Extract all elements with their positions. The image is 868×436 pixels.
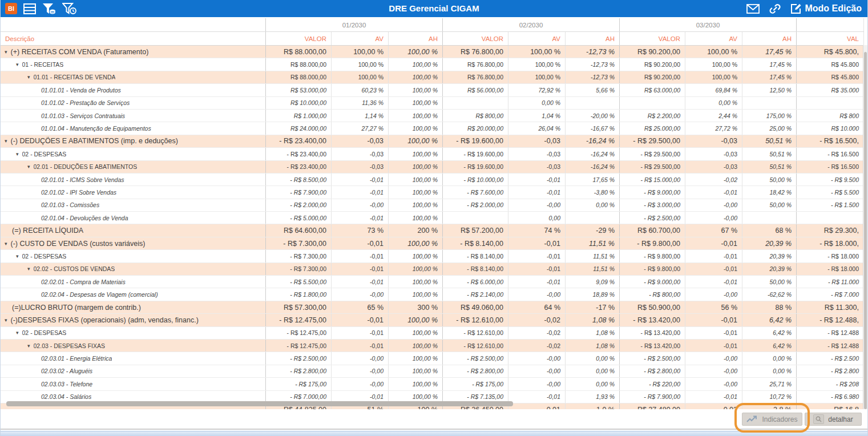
cell-ah-m1: 100,00 %: [389, 71, 443, 83]
row-label: 02.01.02 - IPI Sobre Vendas: [41, 189, 116, 196]
row-label: 01 - RECEITAS: [22, 61, 64, 68]
table-row[interactable]: (=) RECEITA LÍQUIDAR$ 64.600,0073 %200 %…: [1, 224, 864, 237]
table-row[interactable]: ▾02 - DESPESAS- R$ 12.475,00-0,01100,00 …: [1, 327, 864, 340]
table-row[interactable]: ▾02.01 - DEDUÇÕES E ABATIMENTOS- R$ 23.4…: [1, 161, 864, 173]
table-row[interactable]: 01.01.02 - Prestação de ServiçosR$ 10.00…: [1, 97, 864, 110]
report-rows-icon[interactable]: [23, 3, 36, 14]
horizontal-scrollbar-thumb[interactable]: [6, 401, 513, 406]
cell-ah-m2: 5,66 %: [566, 84, 620, 96]
month-label-02/2030: 02/2030: [443, 18, 620, 31]
row-label: (-) DEDUÇÕES E ABATIMENTOS (imp. e deduç…: [11, 137, 178, 145]
table-row[interactable]: ▾(-) CUSTO DE VENDAS (custos variáveis)-…: [1, 237, 864, 250]
table-row[interactable]: (=)LUCRO BRUTO (margem de contrib.)R$ 57…: [1, 301, 864, 314]
indicadores-label: Indicadores: [762, 415, 797, 423]
table-row[interactable]: ▾(-) DEDUÇÕES E ABATIMENTOS (imp. e dedu…: [1, 135, 864, 148]
cell-av-m1: -0,00: [332, 365, 389, 377]
cell-desc: 02.01.03 - Comissões: [1, 199, 266, 211]
row-label: 01.01.04 - Manutenção de Equipamentos: [41, 125, 151, 132]
cell-valor-m2: - R$ 19.600,00: [443, 135, 508, 147]
table-row[interactable]: ▾02.02 - CUSTOS DE VENDAS- R$ 7.300,00-0…: [1, 263, 864, 276]
cell-ah-m1: 100,00 %: [389, 58, 443, 70]
cell-valor-m3: - R$ 9.800,00: [620, 250, 685, 262]
table-row[interactable]: 02.01.01 - ICMS Sobre Vendas- R$ 8.500,0…: [1, 173, 864, 186]
expand-arrow-icon[interactable]: ▾: [5, 138, 7, 144]
table-row[interactable]: 02.02.04 - Despesas de Viagem (comercial…: [1, 288, 864, 301]
month-label-next: [797, 18, 864, 31]
table-row[interactable]: ▾01.01 - RECEITAS DE VENDAR$ 88.000,0010…: [1, 71, 864, 84]
vertical-scrollbar[interactable]: [863, 45, 867, 409]
table-row[interactable]: 02.01.04 - Devoluções de Venda- R$ 5.000…: [1, 212, 864, 224]
cell-av-m1: 100,00 %: [332, 46, 389, 58]
table-row[interactable]: 02.01.03 - Comissões- R$ 2.000,00-0,0010…: [1, 199, 864, 212]
col-header-valor-m3: VALOR: [620, 32, 685, 45]
table-row[interactable]: ▾(-)DESPESAS FIXAS (operacionais) (adm, …: [1, 314, 864, 326]
cell-valor-m1: - R$ 7.300,00: [266, 237, 332, 249]
cell-av-m3: -0,03: [685, 148, 742, 160]
table-row[interactable]: 02.01.02 - IPI Sobre Vendas- R$ 7.900,00…: [1, 186, 864, 199]
cell-ah-m2: -3,80 %: [566, 186, 620, 198]
cell-valor-m3: R$ 60.700,00: [620, 224, 685, 236]
expand-arrow-icon[interactable]: ▾: [27, 266, 30, 272]
cell-ah-m2: -16,24 %: [566, 135, 620, 147]
cell-ah-m1: 100,00 %: [389, 314, 443, 326]
cell-valor-m1: R$ 57.300,00: [266, 301, 332, 313]
table-row[interactable]: ▾(+) RECEITAS COM VENDA (Faturamento)R$ …: [1, 46, 864, 58]
cell-ah-m1: 100,00 %: [389, 110, 443, 122]
detalhar-button[interactable]: detalhar: [805, 413, 862, 426]
cell-ah-m3: 20,39 %: [742, 250, 797, 262]
expand-arrow-icon[interactable]: ▾: [16, 62, 19, 67]
cell-ah-m2: -12,73 %: [566, 58, 620, 70]
link-icon[interactable]: [769, 3, 781, 15]
cell-valor-m4: - R$ 18.000,: [797, 237, 864, 249]
cell-valor-m1: - R$ 2.500,00: [266, 352, 332, 364]
table-row[interactable]: 01.01.01 - Venda de ProdutosR$ 53.000,00…: [1, 84, 864, 96]
filter-data-icon[interactable]: [42, 3, 56, 15]
cell-valor-m2: - R$ 8.140,00: [443, 250, 508, 262]
cell-valor-m4: R$ 11.300,: [797, 301, 864, 313]
expand-arrow-icon[interactable]: ▾: [27, 74, 30, 80]
cell-ah-m3: 0,00 %: [742, 352, 797, 364]
table-row[interactable]: 02.03.01 - Energia Elétrica- R$ 2.500,00…: [1, 352, 864, 365]
descricao-header: Descrição: [1, 32, 266, 45]
expand-arrow-icon[interactable]: ▾: [16, 330, 19, 336]
col-header-ah-m1: AH: [389, 32, 443, 45]
modo-edicao-button[interactable]: Modo Edição: [790, 3, 862, 14]
expand-arrow-icon[interactable]: ▾: [5, 317, 7, 323]
table-row[interactable]: 01.01.04 - Manutenção de EquipamentosR$ …: [1, 122, 864, 135]
cell-av-m3: -0,00: [685, 352, 742, 364]
cell-ah-m3: 25,71 %: [742, 378, 797, 390]
expand-arrow-icon[interactable]: ▾: [5, 241, 7, 247]
table-row[interactable]: 02.03.03 - Telefone- R$ 175,00-0,00100,0…: [1, 378, 864, 390]
cell-av-m3: -0,00: [685, 199, 742, 211]
cell-valor-m3: - R$ 800,00: [620, 288, 685, 300]
cell-valor-m4: - R$ 6.980: [797, 391, 864, 403]
cell-av-m2: -0,01: [508, 186, 566, 198]
cell-av-m1: -0,00: [332, 352, 389, 364]
cell-valor-m4: - R$ 16.500: [797, 148, 864, 160]
cell-ah-m3: 12,50 %: [742, 84, 797, 96]
expand-arrow-icon[interactable]: ▾: [27, 343, 30, 349]
table-row[interactable]: 02.03.02 - Aluguéis- R$ 2.800,00-0,00100…: [1, 365, 864, 378]
cell-av-m2: 72,92 %: [508, 84, 566, 96]
expand-arrow-icon[interactable]: ▾: [5, 49, 7, 55]
cell-desc: 01.01.01 - Venda de Produtos: [1, 84, 266, 96]
table-row[interactable]: ▾01 - RECEITASR$ 88.000,00100,00 %100,00…: [1, 58, 864, 71]
vertical-scrollbar-thumb[interactable]: [864, 52, 867, 409]
table-row[interactable]: 02.02.01 - Compra de Materiais- R$ 5.500…: [1, 276, 864, 288]
bi-logo[interactable]: BI: [5, 3, 17, 14]
indicadores-button[interactable]: Indicadores: [742, 413, 802, 426]
cell-valor-m4: R$ 45.800,: [797, 46, 864, 58]
cell-valor-m2: - R$ 12.610,00: [443, 340, 508, 352]
cell-ah-m3: 6,42 %: [742, 340, 797, 352]
expand-arrow-icon[interactable]: ▾: [16, 151, 19, 157]
expand-arrow-icon[interactable]: ▾: [16, 253, 19, 259]
table-row[interactable]: ▾02 - DESPESAS- R$ 7.300,00-0,01100,00 %…: [1, 250, 864, 263]
filter-time-icon[interactable]: [62, 3, 77, 15]
table-row[interactable]: ▾02 - DESPESAS- R$ 23.400,00-0,03100,00 …: [1, 148, 864, 160]
cell-valor-m4: R$ 35.000: [797, 84, 864, 96]
table-row[interactable]: 01.01.03 - Serviços ContratuaisR$ 1.000,…: [1, 110, 864, 122]
cell-valor-m2: - R$ 2.500,00: [443, 352, 508, 364]
table-row[interactable]: ▾02.03 - DESPESAS FIXAS- R$ 12.475,00-0,…: [1, 340, 864, 352]
expand-arrow-icon[interactable]: ▾: [27, 164, 30, 169]
email-icon[interactable]: [746, 4, 760, 14]
